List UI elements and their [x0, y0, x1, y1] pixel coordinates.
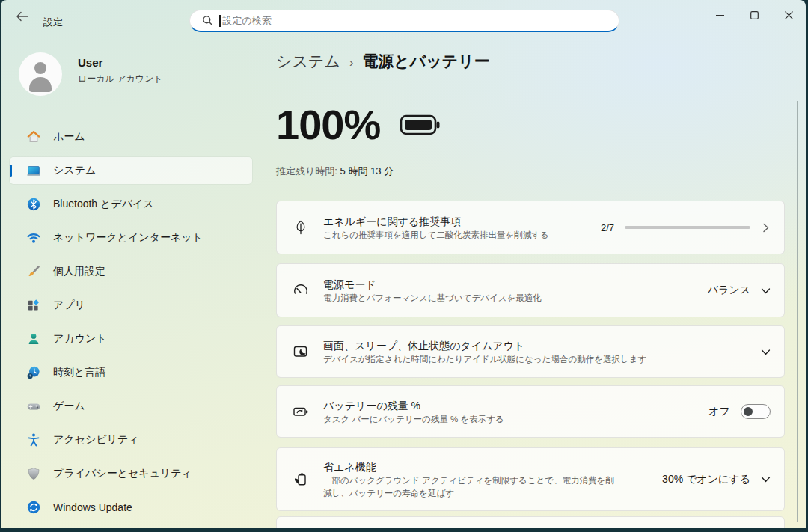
window-controls [703, 0, 806, 30]
search-input[interactable]: 設定の検索 [189, 10, 619, 32]
selected-indicator [10, 165, 12, 177]
sidebar-item-label: ホーム [53, 130, 85, 144]
scrollbar[interactable] [797, 101, 798, 522]
card-partial[interactable] [276, 516, 785, 528]
page-title: 電源とバッテリー [362, 51, 489, 72]
power-mode-value[interactable]: バランス [708, 284, 750, 297]
leaf-icon [292, 218, 310, 236]
card-title: エネルギーに関する推奨事項 [323, 214, 549, 229]
card-subtitle: タスク バーにバッテリーの残量 % を表示する [323, 413, 504, 426]
brush-icon [26, 264, 41, 279]
sidebar-item-network[interactable]: ネットワークとインターネット [10, 224, 252, 251]
chevron-right-icon [761, 223, 771, 233]
breadcrumb: システム › 電源とバッテリー [276, 51, 490, 72]
sidebar-item-label: プライバシーとセキュリティ [53, 467, 192, 480]
estimate-value: 5 時間 13 分 [340, 165, 394, 177]
card-power-mode[interactable]: 電源モード 電力消費とパフォーマンスに基づいてデバイスを最適化 バランス [276, 263, 785, 317]
card-battery-percentage[interactable]: バッテリーの残量 % タスク バーにバッテリーの残量 % を表示する オフ [276, 385, 785, 438]
recommendations-progressbar [625, 226, 750, 229]
gauge-icon [292, 281, 310, 299]
sidebar-item-system[interactable]: システム [10, 157, 252, 184]
text-caret [219, 15, 221, 27]
sidebar: User ローカル アカウント ホーム システム [1, 33, 270, 528]
sidebar-item-label: ゲーム [53, 400, 85, 413]
battery-percentage-toggle[interactable] [741, 404, 771, 419]
screen-sleep-icon [292, 343, 310, 361]
settings-window: 設定 設定の検索 [1, 0, 806, 528]
home-icon [26, 129, 41, 144]
sync-icon [26, 500, 41, 515]
maximize-button[interactable] [737, 0, 771, 30]
card-title: 電源モード [323, 277, 542, 292]
sidebar-item-privacy[interactable]: プライバシーとセキュリティ [10, 460, 252, 487]
sidebar-item-personalization[interactable]: 個人用設定 [10, 258, 252, 285]
card-subtitle: 電力消費とパフォーマンスに基づいてデバイスを最適化 [323, 292, 542, 305]
breadcrumb-parent[interactable]: システム [276, 51, 340, 72]
sidebar-item-apps[interactable]: アプリ [10, 292, 252, 319]
sidebar-item-label: システム [53, 164, 96, 177]
card-subtitle: 一部のバックグラウンド アクティビティを制限することで、電力消費を削減し、バッテ… [323, 474, 621, 500]
sidebar-item-home[interactable]: ホーム [10, 123, 252, 150]
main-content: システム › 電源とバッテリー 100% 推定残り時間: 5 時間 13 分 [270, 33, 806, 528]
user-account-type: ローカル アカウント [78, 73, 163, 85]
accessibility-icon [26, 432, 41, 447]
battery-icon [400, 113, 441, 137]
shield-icon [26, 466, 41, 481]
maximize-icon [750, 11, 759, 19]
close-icon [785, 11, 793, 19]
avatar-person-icon [34, 62, 46, 74]
card-subtitle: デバイスが指定された時間にわたりアイドル状態になった場合の動作を選択します [323, 353, 646, 366]
battery-percent-icon [292, 403, 310, 421]
card-title: 省エネ機能 [323, 459, 621, 474]
titlebar: 設定 設定の検索 [1, 0, 806, 33]
estimate-label: 推定残り時間: [276, 165, 337, 177]
desktop-background: 設定 設定の検索 [0, 0, 808, 532]
sidebar-item-windows-update[interactable]: Windows Update [10, 494, 252, 521]
sidebar-item-accessibility[interactable]: アクセシビリティ [10, 426, 252, 453]
sidebar-nav: ホーム システム Bluetooth とデバイス [10, 123, 252, 528]
search-icon [202, 15, 213, 26]
sidebar-item-label: アカウント [53, 332, 107, 346]
sidebar-item-label: アプリ [53, 299, 85, 312]
minimize-icon [716, 11, 724, 19]
chevron-down-icon [761, 347, 771, 357]
sidebar-item-time-language[interactable]: 時刻と言語 [10, 359, 252, 386]
card-title: バッテリーの残量 % [323, 398, 504, 413]
card-energy-saver[interactable]: 省エネ機能 一部のバックグラウンド アクティビティを制限することで、電力消費を削… [276, 447, 785, 511]
close-button[interactable] [771, 0, 806, 30]
back-button[interactable] [14, 10, 31, 23]
sidebar-item-bluetooth[interactable]: Bluetooth とデバイス [10, 191, 252, 218]
chevron-down-icon [761, 286, 771, 296]
breadcrumb-separator-icon: › [349, 56, 353, 70]
energy-saver-icon [292, 471, 310, 489]
recommendations-count: 2/7 [601, 222, 614, 233]
sidebar-item-gaming[interactable]: ゲーム [10, 393, 252, 420]
sidebar-item-label: 時刻と言語 [53, 366, 105, 379]
clock-globe-icon [26, 365, 41, 380]
sidebar-item-label: アクセシビリティ [53, 433, 139, 447]
app-title: 設定 [43, 16, 63, 29]
toggle-state-label: オフ [708, 405, 730, 418]
wifi-icon [26, 230, 41, 245]
card-screen-sleep-timeouts[interactable]: 画面、スリープ、休止状態のタイムアウト デバイスが指定された時間にわたりアイドル… [276, 325, 785, 378]
minimize-button[interactable] [703, 0, 737, 30]
user-name[interactable]: User [78, 56, 102, 69]
avatar[interactable] [19, 52, 62, 96]
battery-status: 100% [276, 100, 441, 149]
battery-percent: 100% [276, 100, 380, 149]
gamepad-icon [26, 399, 41, 414]
battery-estimate: 推定残り時間: 5 時間 13 分 [276, 165, 394, 178]
energy-saver-value[interactable]: 30% でオンにする [662, 473, 750, 486]
sidebar-item-accounts[interactable]: アカウント [10, 325, 252, 352]
sidebar-item-label: Bluetooth とデバイス [53, 198, 154, 211]
card-subtitle: これらの推奨事項を適用して二酸化炭素排出量を削減する [323, 229, 549, 242]
person-icon [26, 331, 41, 346]
chevron-down-icon [761, 474, 771, 484]
sidebar-item-label: 個人用設定 [53, 265, 105, 278]
apps-icon [26, 298, 41, 313]
card-energy-recommendations[interactable]: エネルギーに関する推奨事項 これらの推奨事項を適用して二酸化炭素排出量を削減する… [276, 201, 785, 254]
bluetooth-icon [26, 197, 41, 212]
sidebar-item-label: Windows Update [53, 501, 132, 513]
card-title: 画面、スリープ、休止状態のタイムアウト [323, 338, 646, 353]
search-placeholder: 設定の検索 [223, 14, 272, 28]
